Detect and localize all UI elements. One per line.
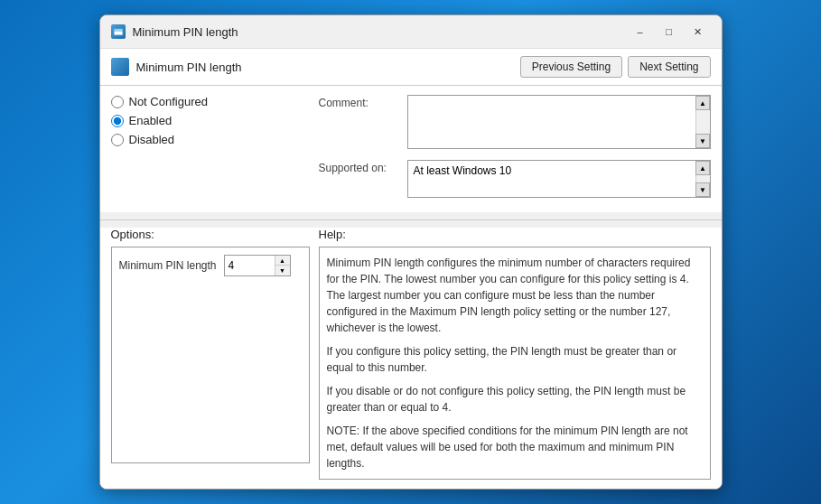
pin-length-spinner[interactable]: ▲ ▼ [224, 255, 291, 276]
pin-length-row: Minimum PIN length ▲ ▼ [119, 255, 302, 276]
help-panel: Help: Minimum PIN length configures the … [319, 228, 711, 480]
title-bar: Minimum PIN length – □ ✕ [100, 15, 722, 49]
help-para-3: If you disable or do not configure this … [327, 383, 703, 415]
radio-panel: Not Configured Enabled Disabled [111, 95, 319, 203]
divider [100, 219, 722, 220]
help-title: Help: [319, 228, 711, 241]
options-panel: Options: Minimum PIN length ▲ ▼ [111, 228, 310, 480]
right-fields-panel: Comment: ▲ ▼ Supported on: At least Wind… [319, 95, 711, 203]
disabled-radio[interactable] [111, 134, 124, 146]
dialog-icon [111, 58, 129, 76]
enabled-label: Enabled [129, 114, 173, 127]
supported-scrollbar: ▲ ▼ [695, 161, 710, 197]
comment-row: Comment: ▲ ▼ [319, 95, 711, 149]
window-icon [111, 24, 126, 39]
title-bar-left: Minimum PIN length [111, 24, 238, 39]
maximize-button[interactable]: □ [657, 23, 682, 41]
minimize-button[interactable]: – [628, 23, 653, 41]
svg-rect-0 [114, 29, 123, 35]
spinner-buttons: ▲ ▼ [275, 256, 290, 275]
options-content: Minimum PIN length ▲ ▼ [111, 247, 310, 463]
help-content: Minimum PIN length configures the minimu… [319, 247, 711, 480]
header-buttons: Previous Setting Next Setting [520, 56, 711, 78]
dialog-title: Minimum PIN length [136, 61, 242, 74]
radio-not-configured[interactable]: Not Configured [111, 95, 319, 108]
spinner-down-button[interactable]: ▼ [275, 266, 290, 275]
not-configured-label: Not Configured [129, 95, 208, 108]
radio-enabled[interactable]: Enabled [111, 114, 319, 127]
previous-setting-button[interactable]: Previous Setting [520, 56, 622, 78]
comment-box: ▲ ▼ [407, 95, 711, 149]
dialog-body-top: Not Configured Enabled Disabled Comment: [100, 86, 722, 212]
scroll-up-arrow[interactable]: ▲ [695, 96, 710, 110]
pin-length-label: Minimum PIN length [119, 259, 217, 272]
options-title: Options: [111, 228, 310, 241]
help-para-4: NOTE: If the above specified conditions … [327, 423, 703, 471]
help-para-2: If you configure this policy setting, th… [327, 343, 703, 376]
supported-scroll-up[interactable]: ▲ [695, 161, 710, 175]
title-controls: – □ ✕ [628, 23, 711, 41]
radio-section: Not Configured Enabled Disabled [111, 95, 319, 146]
supported-value: At least Windows 10 [408, 161, 710, 181]
supported-label: Supported on: [319, 160, 400, 174]
radio-disabled[interactable]: Disabled [111, 133, 319, 146]
comment-textarea[interactable] [408, 96, 710, 148]
top-section: Not Configured Enabled Disabled Comment: [111, 95, 711, 203]
disabled-label: Disabled [129, 133, 175, 146]
enabled-radio[interactable] [111, 115, 124, 127]
dialog-header: Minimum PIN length Previous Setting Next… [100, 49, 722, 86]
bottom-section: Options: Minimum PIN length ▲ ▼ Help: [100, 228, 722, 489]
dialog-window: Minimum PIN length – □ ✕ Minimum PIN len… [99, 14, 723, 490]
not-configured-radio[interactable] [111, 96, 124, 108]
pin-length-input[interactable] [225, 257, 275, 274]
window-title: Minimum PIN length [133, 25, 238, 39]
dialog-header-left: Minimum PIN length [111, 58, 242, 76]
close-button[interactable]: ✕ [686, 23, 711, 41]
comment-label: Comment: [319, 95, 400, 109]
supported-row: Supported on: At least Windows 10 ▲ ▼ [319, 160, 711, 198]
help-para-1: Minimum PIN length configures the minimu… [327, 255, 703, 336]
scroll-down-arrow[interactable]: ▼ [695, 134, 710, 148]
supported-scroll-down[interactable]: ▼ [695, 182, 710, 197]
spinner-up-button[interactable]: ▲ [275, 256, 290, 266]
supported-box: At least Windows 10 ▲ ▼ [407, 160, 711, 198]
comment-scrollbar: ▲ ▼ [695, 96, 710, 148]
next-setting-button[interactable]: Next Setting [628, 56, 710, 78]
